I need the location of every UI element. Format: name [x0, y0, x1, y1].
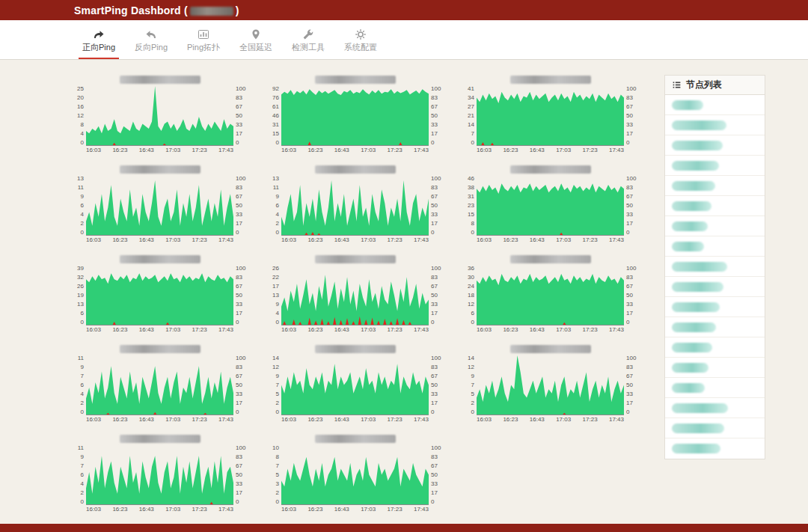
node-list-item[interactable]	[665, 337, 765, 358]
y-tick-right: 83	[626, 364, 639, 370]
nav-tab-detection-tools[interactable]: 检测工具	[282, 20, 334, 59]
node-list-item[interactable]	[665, 317, 765, 337]
node-list-item[interactable]	[665, 438, 765, 459]
area-chart-svg	[281, 355, 429, 415]
y-tick-left: 12	[462, 364, 474, 370]
x-tick-label: 16:23	[112, 416, 127, 424]
chart-plot-row: 363024181260 10083675033170	[462, 266, 639, 325]
y-axis-left: 141297520	[266, 355, 281, 415]
y-tick-right: 0	[431, 140, 444, 146]
x-tick-label: 17:23	[388, 326, 403, 334]
x-tick-label: 17:43	[609, 326, 624, 334]
y-axis-right: 10083675033170	[429, 355, 444, 415]
y-tick-right: 33	[626, 212, 639, 218]
y-tick-right: 83	[236, 275, 248, 281]
node-list-item[interactable]	[665, 115, 765, 135]
node-list-item[interactable]	[665, 398, 765, 418]
node-list-item[interactable]	[665, 135, 765, 156]
node-label-redacted	[672, 444, 720, 453]
x-axis: 16:0316:2316:4317:0317:2317:43	[281, 506, 429, 513]
ping-chart-card-12[interactable]: 141297520 10083675033170 16:0316:2316:43…	[462, 344, 639, 424]
ping-chart-card-7[interactable]: 393226191360 10083675033170 16:0316:2316…	[71, 254, 248, 334]
chart-plot-row: 11976420 10083675033170	[71, 355, 248, 415]
y-tick-left: 23	[462, 203, 474, 209]
y-tick-right: 100	[626, 176, 639, 182]
y-tick-right: 33	[236, 481, 248, 487]
y-tick-right: 50	[236, 203, 248, 209]
node-list-item[interactable]	[665, 297, 765, 317]
nav-tab-label: 检测工具	[292, 43, 325, 52]
x-tick-label: 16:43	[334, 506, 349, 513]
y-tick-left: 2	[462, 400, 474, 406]
y-axis-left: 131196420	[266, 176, 281, 236]
chart-plot-area	[281, 266, 429, 325]
y-tick-right: 67	[626, 373, 639, 379]
y-tick-left: 24	[462, 284, 474, 290]
ping-chart-card-8[interactable]: 26221713940 10083675033170 16:0316:2316:…	[266, 254, 444, 334]
ping-chart-card-11[interactable]: 141297520 10083675033170 16:0316:2316:43…	[266, 344, 444, 424]
x-axis: 16:0316:2316:4317:0317:2317:43	[86, 236, 233, 244]
node-list-item[interactable]	[665, 358, 765, 378]
y-tick-left: 0	[266, 319, 279, 325]
nav-tab-forward-ping[interactable]: 正向Ping	[73, 20, 125, 59]
nav-tab-national-latency[interactable]: 全国延迟	[230, 20, 282, 59]
chart-plot-row: 10875320 10083675033170	[266, 445, 444, 505]
y-tick-left: 13	[71, 176, 84, 182]
nav-tab-ping-topology[interactable]: Ping拓扑	[177, 20, 230, 59]
y-axis-left: 463831231580	[462, 176, 477, 236]
ping-chart-card-2[interactable]: 9276614631150 10083675033170 16:0316:231…	[266, 75, 444, 154]
y-tick-left: 2	[71, 221, 84, 227]
app-title: SmartPing Dashbord ()	[74, 4, 239, 16]
y-tick-right: 83	[626, 185, 639, 191]
chart-title-row	[266, 434, 444, 444]
ping-chart-card-9[interactable]: 363024181260 10083675033170 16:0316:2316…	[462, 254, 639, 334]
y-axis-left: 413427211470	[462, 86, 477, 146]
ping-chart-card-4[interactable]: 131196420 10083675033170 16:0316:2316:43…	[71, 165, 248, 244]
y-tick-left: 5	[266, 391, 279, 397]
node-list-item[interactable]	[665, 378, 765, 398]
ping-chart-card-14[interactable]: 10875320 10083675033170 16:0316:2316:431…	[266, 434, 444, 513]
x-tick-label: 17:23	[583, 416, 598, 424]
nav-tab-system-config[interactable]: 系统配置	[334, 20, 387, 59]
ping-chart-card-1[interactable]: 25201612840 10083675033170 16:0316:2316:…	[71, 75, 248, 154]
node-list-item[interactable]	[665, 176, 765, 196]
y-tick-right: 0	[236, 499, 248, 505]
ping-chart-card-3[interactable]: 413427211470 10083675033170 16:0316:2316…	[462, 75, 639, 154]
y-tick-right: 17	[236, 311, 248, 317]
chart-plot-row: 141297520 10083675033170	[462, 355, 639, 415]
x-tick-label: 16:23	[112, 236, 127, 244]
node-label-redacted	[672, 363, 708, 373]
node-label-redacted	[672, 282, 723, 292]
node-list-item[interactable]	[665, 277, 765, 297]
chart-title-redacted	[510, 255, 591, 263]
ping-chart-card-6[interactable]: 463831231580 10083675033170 16:0316:2316…	[462, 165, 639, 244]
ping-chart-card-5[interactable]: 131196420 10083675033170 16:0316:2316:43…	[266, 165, 444, 244]
node-list-item[interactable]	[665, 95, 765, 115]
node-label-redacted	[672, 383, 705, 393]
x-axis: 16:0316:2316:4317:0317:2317:43	[86, 147, 233, 154]
y-tick-right: 33	[431, 212, 444, 218]
area-chart-svg	[477, 86, 624, 145]
y-axis-left: 11976420	[71, 355, 86, 415]
x-tick-label: 16:03	[86, 147, 101, 154]
y-tick-left: 2	[71, 400, 84, 406]
x-tick-label: 17:03	[361, 326, 376, 334]
node-list-item[interactable]	[665, 257, 765, 277]
ping-chart-card-13[interactable]: 11976420 10083675033170 16:0316:2316:431…	[71, 434, 248, 513]
node-list-item[interactable]	[665, 236, 765, 257]
node-list-item[interactable]	[665, 216, 765, 236]
ping-chart-card-10[interactable]: 11976420 10083675033170 16:0316:2316:431…	[71, 344, 248, 424]
x-tick-label: 17:23	[388, 236, 403, 244]
node-list-item[interactable]	[665, 156, 765, 176]
y-tick-left: 36	[462, 266, 474, 272]
chart-title-redacted	[510, 165, 591, 174]
node-list-item[interactable]	[665, 418, 765, 438]
y-axis-right: 10083675033170	[233, 445, 248, 505]
x-tick-label: 17:03	[361, 416, 376, 424]
nav-tab-reverse-ping[interactable]: 反向Ping	[125, 20, 177, 59]
node-list-item[interactable]	[665, 196, 765, 216]
area-chart-svg	[477, 176, 624, 235]
chart-plot-row: 26221713940 10083675033170	[266, 266, 444, 325]
nav-tab-label: 全国延迟	[239, 43, 272, 52]
x-tick-label: 16:03	[477, 416, 492, 424]
